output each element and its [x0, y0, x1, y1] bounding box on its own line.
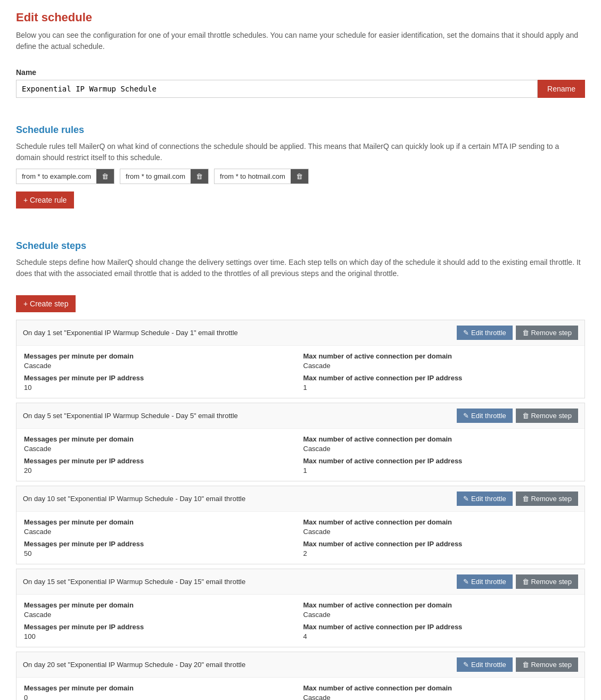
- step-field-right: Max number of active connection per doma…: [303, 684, 578, 700]
- rule-tag: from * to example.com 🗑: [16, 169, 114, 184]
- rename-button[interactable]: Rename: [538, 80, 585, 98]
- step-block: On day 20 set "Exponential IP Warmup Sch…: [16, 652, 585, 700]
- step-header-text: On day 1 set "Exponential IP Warmup Sche…: [23, 329, 457, 337]
- field-msg-per-min-domain: Messages per minute per domain Cascade: [24, 518, 298, 536]
- field-value: 10: [24, 384, 31, 391]
- remove-step-button[interactable]: 🗑 Remove step: [516, 574, 578, 589]
- remove-step-button[interactable]: 🗑 Remove step: [516, 491, 578, 506]
- field-value: Cascade: [24, 362, 51, 370]
- step-body: Messages per minute per domain Cascade M…: [17, 512, 584, 564]
- schedule-rules-title: Schedule rules: [16, 124, 585, 136]
- field-label: Max number of active connection per doma…: [303, 435, 578, 443]
- field-label: Messages per minute per IP address: [24, 623, 298, 631]
- field-label: Max number of active connection per doma…: [303, 518, 578, 526]
- step-field-right: Max number of active connection per doma…: [303, 518, 578, 557]
- schedule-steps-title: Schedule steps: [16, 240, 585, 252]
- name-input[interactable]: [16, 80, 538, 98]
- field-max-conn-ip: Max number of active connection per IP a…: [303, 623, 578, 640]
- edit-throttle-button[interactable]: ✎ Edit throttle: [457, 326, 512, 340]
- step-field: Messages per minute per domain Cascade M…: [24, 435, 298, 474]
- field-value: Cascade: [303, 528, 331, 536]
- field-label: Max number of active connection per IP a…: [303, 457, 578, 465]
- field-value: Cascade: [303, 694, 331, 700]
- delete-rule-button[interactable]: 🗑: [291, 169, 308, 184]
- step-header-text: On day 20 set "Exponential IP Warmup Sch…: [23, 661, 457, 669]
- field-value: 1: [303, 384, 307, 391]
- step-field: Messages per minute per domain 0 Message…: [24, 684, 298, 700]
- rule-tag: from * to gmail.com 🗑: [120, 169, 209, 184]
- rule-label: from * to example.com: [17, 169, 96, 184]
- field-value: Cascade: [24, 445, 51, 453]
- field-value: Cascade: [24, 528, 51, 536]
- field-value: 0: [24, 694, 28, 700]
- step-body: Messages per minute per domain Cascade M…: [17, 429, 584, 481]
- field-max-conn-ip: Max number of active connection per IP a…: [303, 540, 578, 557]
- field-label: Messages per minute per domain: [24, 518, 298, 526]
- edit-throttle-button[interactable]: ✎ Edit throttle: [457, 491, 512, 506]
- remove-step-button[interactable]: 🗑 Remove step: [516, 657, 578, 672]
- field-max-conn-domain: Max number of active connection per doma…: [303, 518, 578, 536]
- field-label: Messages per minute per domain: [24, 601, 298, 609]
- step-buttons: ✎ Edit throttle 🗑 Remove step: [457, 326, 578, 340]
- field-msg-per-min-domain: Messages per minute per domain Cascade: [24, 601, 298, 619]
- field-value: 20: [24, 466, 31, 474]
- field-label: Max number of active connection per IP a…: [303, 540, 578, 548]
- field-label: Max number of active connection per doma…: [303, 601, 578, 609]
- rule-label: from * to gmail.com: [120, 169, 191, 184]
- name-section: Name Rename: [16, 68, 585, 98]
- step-field-right: Max number of active connection per doma…: [303, 601, 578, 640]
- remove-step-button[interactable]: 🗑 Remove step: [516, 409, 578, 423]
- create-step-button[interactable]: + Create step: [16, 295, 76, 312]
- field-msg-per-min-domain: Messages per minute per domain Cascade: [24, 435, 298, 453]
- schedule-rules-description: Schedule rules tell MailerQ on what kind…: [16, 141, 585, 163]
- step-field: Messages per minute per domain Cascade M…: [24, 518, 298, 557]
- field-max-conn-domain: Max number of active connection per doma…: [303, 601, 578, 619]
- step-body: Messages per minute per domain Cascade M…: [17, 346, 584, 398]
- step-block: On day 10 set "Exponential IP Warmup Sch…: [16, 486, 585, 564]
- step-buttons: ✎ Edit throttle 🗑 Remove step: [457, 409, 578, 423]
- field-max-conn-domain: Max number of active connection per doma…: [303, 352, 578, 370]
- name-label: Name: [16, 68, 585, 77]
- field-label: Messages per minute per domain: [24, 435, 298, 443]
- field-label: Messages per minute per IP address: [24, 374, 298, 382]
- delete-rule-button[interactable]: 🗑: [96, 169, 114, 184]
- edit-throttle-button[interactable]: ✎ Edit throttle: [457, 574, 512, 589]
- field-label: Messages per minute per IP address: [24, 457, 298, 465]
- name-row: Rename: [16, 80, 585, 98]
- step-block: On day 1 set "Exponential IP Warmup Sche…: [16, 320, 585, 398]
- remove-step-button[interactable]: 🗑 Remove step: [516, 326, 578, 340]
- field-value: 1: [303, 466, 307, 474]
- step-header: On day 1 set "Exponential IP Warmup Sche…: [17, 320, 584, 346]
- step-header-text: On day 15 set "Exponential IP Warmup Sch…: [23, 578, 457, 586]
- step-field-right: Max number of active connection per doma…: [303, 435, 578, 474]
- field-value: Cascade: [24, 611, 51, 619]
- field-value: 2: [303, 549, 307, 557]
- field-value: Cascade: [303, 611, 331, 619]
- page-title: Edit schedule: [16, 11, 585, 24]
- schedule-steps-section: Schedule steps Schedule steps define how…: [16, 240, 585, 700]
- step-field-right: Max number of active connection per doma…: [303, 352, 578, 391]
- field-msg-per-min-domain: Messages per minute per domain Cascade: [24, 352, 298, 370]
- field-max-conn-ip: Max number of active connection per IP a…: [303, 457, 578, 474]
- step-header: On day 5 set "Exponential IP Warmup Sche…: [17, 403, 584, 429]
- field-value: 50: [24, 549, 31, 557]
- field-msg-per-min-ip: Messages per minute per IP address 20: [24, 457, 298, 474]
- create-rule-button[interactable]: + Create rule: [16, 191, 74, 209]
- field-label: Max number of active connection per doma…: [303, 684, 578, 692]
- steps-container: On day 1 set "Exponential IP Warmup Sche…: [16, 320, 585, 700]
- page-description: Below you can see the configuration for …: [16, 30, 585, 52]
- rule-tag: from * to hotmail.com 🗑: [214, 169, 309, 184]
- step-header: On day 15 set "Exponential IP Warmup Sch…: [17, 569, 584, 595]
- field-label: Max number of active connection per IP a…: [303, 623, 578, 631]
- schedule-rules-section: Schedule rules Schedule rules tell Maile…: [16, 124, 585, 209]
- field-msg-per-min-ip: Messages per minute per IP address 10: [24, 374, 298, 391]
- step-header-text: On day 5 set "Exponential IP Warmup Sche…: [23, 412, 457, 420]
- field-value: 100: [24, 632, 36, 640]
- edit-throttle-button[interactable]: ✎ Edit throttle: [457, 409, 512, 423]
- edit-throttle-button[interactable]: ✎ Edit throttle: [457, 657, 512, 672]
- field-label: Messages per minute per domain: [24, 352, 298, 360]
- field-max-conn-ip: Max number of active connection per IP a…: [303, 374, 578, 391]
- schedule-steps-description: Schedule steps define how MailerQ should…: [16, 257, 585, 279]
- delete-rule-button[interactable]: 🗑: [191, 169, 208, 184]
- field-msg-per-min-domain: Messages per minute per domain 0: [24, 684, 298, 700]
